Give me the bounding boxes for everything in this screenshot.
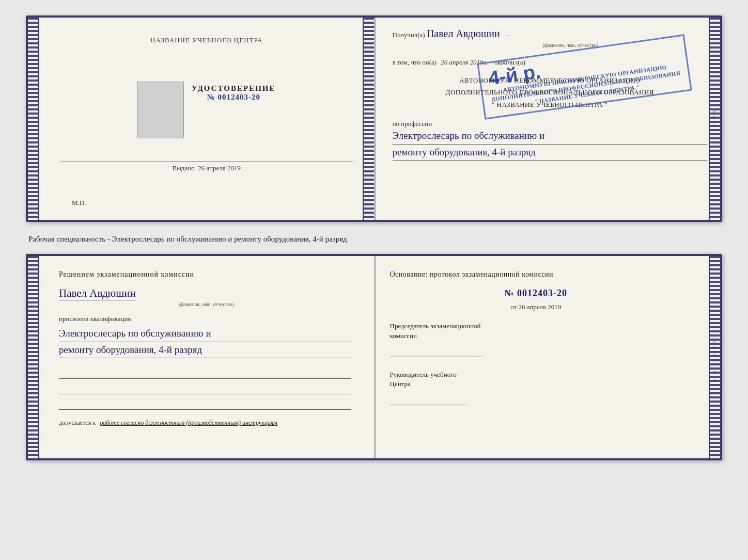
chairman-title: Председатель экзаменационной комиссии [390,322,682,340]
bottom-side-dash1: – [714,325,716,330]
binding-strip-left [28,18,39,220]
bottom-left-content: Решением экзаменационной комиссии Павел … [59,269,351,427]
photo-placeholder: УДОСТОВЕРЕНИЕ № 0012403-20 [60,76,353,143]
bottom-right-binding-strip: – – и а ← – – – – [709,256,720,458]
допускается-line: допускается к работе согласно должностны… [59,419,351,427]
assigned-qual-label: присвоена квалификация [59,315,351,323]
bottom-binding-strip-left [28,256,39,458]
protocol-number: № 0012403-20 [390,288,682,299]
bottom-right-content: Основание: протокол экзаменационной коми… [390,269,682,405]
photo-area [137,82,184,138]
from-prefix: от [510,303,517,311]
director-sig-line [390,394,467,405]
director-block: Руководитель учебного Центра [390,370,682,405]
mp-label: М.П. [72,199,86,207]
bottom-side-dash4: – [714,368,716,373]
sig-line-2 [59,383,351,394]
director-title: Руководитель учебного Центра [390,370,682,389]
bottom-side-i: и [712,341,718,344]
signature-lines [59,367,351,410]
profession-block: по профессии Электрослесарь по обслужива… [393,120,708,161]
bottom-person-name: Павел Авдюшин [59,287,136,300]
sig-line-3 [59,398,351,410]
issued-line: Выдано 26 апреля 2019 [60,162,353,172]
profession-line2: ремонту оборудования, 4-й разряд [393,145,708,161]
cert-title-block: УДОСТОВЕРЕНИЕ № 0012403-20 [192,84,276,102]
vtom-prefix: в том, что он(а) [393,58,437,66]
issued-label: Выдано [172,164,194,172]
bottom-side-dash3: – [714,360,716,365]
osnov-title: Основание: протокол экзаменационной коми… [390,269,682,280]
top-left-content: НАЗВАНИЕ УЧЕБНОГО ЦЕНТРА УДОСТОВЕРЕНИЕ №… [60,30,353,207]
bottom-side-dash5: – [714,376,716,381]
po-professii-label: по профессии [393,120,708,128]
right-binding-strip: и а ← [709,18,720,220]
page-wrapper: НАЗВАНИЕ УЧЕБНОГО ЦЕНТРА УДОСТОВЕРЕНИЕ №… [10,10,738,466]
qual-line1: Электрослесарь по обслуживанию и [59,326,351,342]
qual-line2: ремонту оборудования, 4-й разряд [59,342,351,358]
bottom-doc-left-page: Решением экзаменационной комиссии Павел … [28,256,375,458]
top-left-center-title: НАЗВАНИЕ УЧЕБНОГО ЦЕНТРА [150,36,262,45]
from-date-value: 26 апреля 2019 [518,303,561,311]
bottom-fio-subtitle: (фамилия, имя, отчество) [61,301,351,307]
top-doc-right-page: Получил(а) Павел Авдюшин – (фамилия, имя… [375,18,721,220]
bottom-side-a: а [712,346,718,348]
bottom-side-arrow: ← [713,351,718,357]
side-mark-a: а [712,116,718,118]
binding-strip-right [363,18,374,220]
допускается-prefix: допускается к [59,419,96,426]
top-document: НАЗВАНИЕ УЧЕБНОГО ЦЕНТРА УДОСТОВЕРЕНИЕ №… [26,15,722,222]
issued-date: 26 апреля 2019 [198,164,241,172]
middle-text: Рабочая специальность - Электрослесарь п… [26,231,722,245]
middle-text-content: Рабочая специальность - Электрослесарь п… [28,235,347,243]
received-name: Павел Авдюшин [427,28,500,39]
side-mark-i: и [712,111,718,114]
допускается-text: работе согласно должностным (производств… [100,419,277,426]
bottom-side-dash2: – [714,333,716,338]
received-prefix: Получил(а) [393,31,425,39]
cert-number: № 0012403-20 [192,93,276,102]
cert-title-label: УДОСТОВЕРЕНИЕ [192,84,276,93]
from-date-line: от 26 апреля 2019 [390,303,682,311]
sig-line-1 [59,367,351,379]
bottom-doc-right-page: Основание: протокол экзаменационной коми… [375,256,721,458]
top-doc-left-page: НАЗВАНИЕ УЧЕБНОГО ЦЕНТРА УДОСТОВЕРЕНИЕ №… [28,18,375,220]
decision-title: Решением экзаменационной комиссии [59,269,351,280]
chairman-block: Председатель экзаменационной комиссии [390,322,682,357]
bottom-side-dash6: – [714,385,716,390]
side-mark-arrow: ← [713,121,718,126]
profession-line1: Электрослесарь по обслуживанию и [393,128,708,144]
chairman-sig-line [390,346,483,357]
bottom-document: Решением экзаменационной комиссии Павел … [26,254,722,460]
